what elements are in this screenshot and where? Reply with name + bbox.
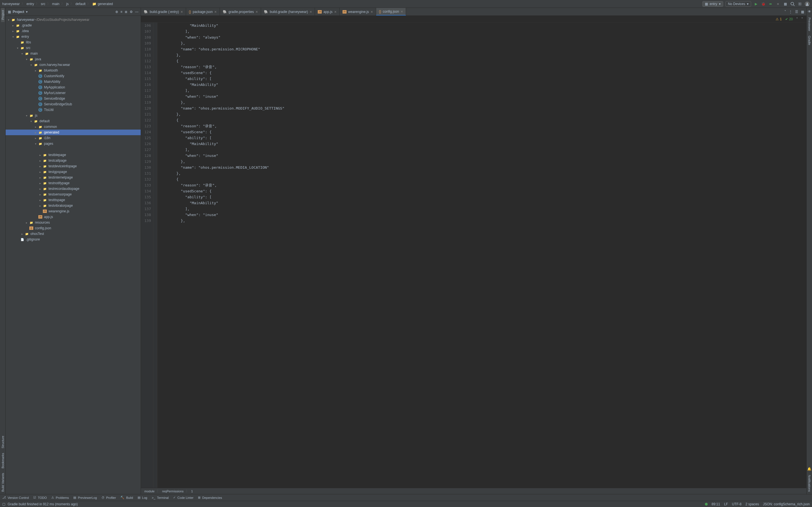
debug-button[interactable]: 🐞 bbox=[761, 1, 766, 6]
tree-node-testcallpage[interactable]: ▸📁testcallpage bbox=[6, 158, 141, 163]
tree-arrow-icon[interactable]: ▾ bbox=[31, 120, 34, 123]
tree-node-resources[interactable]: ▸📁resources bbox=[6, 220, 141, 225]
code-line[interactable]: }, bbox=[163, 100, 285, 105]
tree-arrow-icon[interactable]: ▸ bbox=[40, 199, 43, 202]
next-highlight-icon[interactable]: ˅ bbox=[801, 17, 803, 21]
editor-tab[interactable]: {}config.json× bbox=[376, 8, 406, 15]
code-line[interactable]: "name": "ohos.permission.MODIFY_AUDIO_SE… bbox=[163, 105, 285, 111]
tree-arrow-icon[interactable]: ▸ bbox=[12, 24, 16, 27]
tree-node-entry[interactable]: ▾📁entry bbox=[6, 34, 141, 40]
code-line[interactable]: "ability": [ bbox=[163, 135, 285, 141]
tree-node-CustomNotify[interactable]: CCustomNotify bbox=[6, 73, 141, 79]
code-line[interactable]: "usedScene": { bbox=[163, 129, 285, 135]
breadcrumb-item[interactable]: main bbox=[52, 2, 59, 6]
code-line[interactable]: "reason": "录音", bbox=[163, 123, 285, 129]
tree-node-ServiceBridgeStub[interactable]: CServiceBridgeStub bbox=[6, 101, 141, 107]
tree-node-common[interactable]: ▸📁common bbox=[6, 124, 141, 129]
tree-arrow-icon[interactable]: ▾ bbox=[26, 58, 29, 61]
tree-arrow-icon[interactable]: ▾ bbox=[31, 63, 34, 66]
tree-arrow-icon[interactable]: ▾ bbox=[26, 114, 29, 117]
tree-node-wearengine-js[interactable]: JSwearengine.js bbox=[6, 209, 141, 214]
tree-node-index[interactable]: ▸📁index bbox=[6, 147, 141, 152]
tree-node-default[interactable]: ▾📁default bbox=[6, 118, 141, 124]
status-icon[interactable]: ▢ bbox=[2, 502, 5, 506]
breadcrumb-item[interactable]: entry bbox=[27, 2, 34, 6]
project-structure-button[interactable]: ▦ bbox=[783, 1, 788, 6]
code-line[interactable]: { bbox=[163, 176, 285, 182]
close-icon[interactable]: × bbox=[371, 10, 373, 14]
tree-node-bluetooth[interactable]: ▸📁bluetooth bbox=[6, 68, 141, 73]
tree-node-testsensorpage[interactable]: ▸📁testsensorpage bbox=[6, 191, 141, 197]
code-line[interactable]: "MainAbility" bbox=[163, 22, 285, 29]
tree-node--gradle[interactable]: ▸📁.gradle bbox=[6, 22, 141, 28]
tree-node-MainAbility[interactable]: CMainAbility bbox=[6, 79, 141, 84]
line-separator[interactable]: LF bbox=[724, 502, 728, 506]
preview-icon[interactable]: ▦ bbox=[801, 10, 804, 14]
code-line[interactable]: ], bbox=[163, 29, 285, 34]
code-line[interactable]: ], bbox=[163, 88, 285, 94]
fold-gutter[interactable] bbox=[153, 22, 157, 488]
stop-button[interactable]: ■ bbox=[775, 1, 780, 6]
editor-tab[interactable]: 🐘build.gradle (:entry)× bbox=[141, 8, 186, 15]
code-line[interactable]: "name": "ohos.permission.MEDIA_LOCATION" bbox=[163, 165, 285, 170]
editor-tab[interactable]: JSapp.js× bbox=[315, 8, 340, 15]
tree-arrow-icon[interactable]: ▸ bbox=[21, 232, 25, 235]
tree-arrow-icon[interactable]: ▾ bbox=[8, 18, 11, 21]
bottom-tool-dependencies[interactable]: ⊞Dependencies bbox=[198, 496, 222, 499]
project-tool-tab[interactable]: Project bbox=[1, 8, 4, 22]
tree-node-testrecordaudiopage[interactable]: ▸📁testrecordaudiopage bbox=[6, 186, 141, 191]
chevron-down-icon[interactable]: ˅ bbox=[784, 10, 786, 14]
structure-tool-tab[interactable]: Structure bbox=[1, 434, 4, 451]
cursor-position[interactable]: 89:11 bbox=[712, 502, 720, 506]
device-selector[interactable]: No Devices ▾ bbox=[725, 1, 751, 7]
bottom-tool-terminal[interactable]: >_Terminal bbox=[152, 496, 168, 499]
bottom-tool-profiler[interactable]: ⏱Profiler bbox=[101, 496, 116, 499]
tree-node-java[interactable]: ▾📁java bbox=[6, 56, 141, 62]
tree-node-testnotifypage[interactable]: ▸📁testnotifypage bbox=[6, 180, 141, 186]
tree-arrow-icon[interactable]: ▸ bbox=[35, 136, 38, 140]
bookmarks-tool-tab[interactable]: Bookmarks bbox=[1, 451, 4, 471]
code-line[interactable]: "usedScene": { bbox=[163, 70, 285, 76]
close-icon[interactable]: × bbox=[256, 10, 258, 14]
settings-icon[interactable]: ⚙ bbox=[130, 10, 133, 14]
bottom-tool-code-linter[interactable]: ✓Code Linter bbox=[173, 496, 193, 499]
tree-node-src[interactable]: ▾📁src bbox=[6, 45, 141, 51]
collapse-all-icon[interactable]: ≣ bbox=[124, 10, 128, 14]
editor-tab[interactable]: 🐘build.gradle (harveywear)× bbox=[261, 8, 315, 15]
tree-node-testdeviceinfopage[interactable]: ▸📁testdeviceinfopage bbox=[6, 163, 141, 169]
more-icon[interactable]: ⋮ bbox=[789, 10, 792, 14]
notifications-tool-tab[interactable]: Notifications bbox=[808, 473, 811, 494]
user-avatar[interactable] bbox=[805, 1, 810, 6]
tree-arrow-icon[interactable]: ▸ bbox=[35, 131, 38, 134]
code-line[interactable]: ], bbox=[163, 206, 285, 212]
editor-tab[interactable]: {}package.json× bbox=[186, 8, 220, 15]
tree-node-testgpspage[interactable]: ▸📁testgpspage bbox=[6, 169, 141, 175]
tree-arrow-icon[interactable]: ▾ bbox=[21, 52, 25, 55]
tree-arrow-icon[interactable]: ▸ bbox=[40, 193, 43, 196]
bottom-tool-log[interactable]: ▤Log bbox=[138, 496, 147, 499]
code-line[interactable]: "reason": "录音", bbox=[163, 182, 285, 188]
code-line[interactable]: { bbox=[163, 117, 285, 123]
tree-node-TtsUtil[interactable]: CTtsUtil bbox=[6, 107, 141, 113]
chevron-down-icon[interactable]: ▾ bbox=[26, 10, 28, 14]
status-indicator-icon[interactable] bbox=[705, 503, 708, 506]
tree-node-ServiceBridge[interactable]: CServiceBridge bbox=[6, 96, 141, 101]
tree-arrow-icon[interactable]: ▾ bbox=[17, 47, 20, 50]
close-icon[interactable]: × bbox=[181, 10, 183, 14]
code-line[interactable]: "name": "ohos.permission.MICROPHONE" bbox=[163, 46, 285, 52]
tree-arrow-icon[interactable]: ▸ bbox=[40, 170, 43, 173]
editor-crumb-item[interactable]: reqPermissions bbox=[162, 490, 184, 493]
tree-node-testttspage[interactable]: ▸📁testttspage bbox=[6, 197, 141, 203]
code-line[interactable]: "usedScene": { bbox=[163, 188, 285, 194]
tree-node-ohosTest[interactable]: ▸📁ohosTest bbox=[6, 231, 141, 237]
breadcrumb-item[interactable]: src bbox=[41, 2, 45, 6]
prev-highlight-icon[interactable]: ˄ bbox=[796, 17, 798, 21]
code-content[interactable]: "MainAbility" ], "when": "always" }, "na… bbox=[157, 22, 285, 488]
tree-node-i18n[interactable]: ▸📁i18n bbox=[6, 135, 141, 141]
tree-node-app-js[interactable]: JSapp.js bbox=[6, 214, 141, 220]
tree-node-harveywear[interactable]: ▾📁harveywear ~/DevEcoStudioProjects/harv… bbox=[6, 17, 141, 22]
breadcrumb-item[interactable]: default bbox=[75, 2, 86, 6]
tree-node--idea[interactable]: ▸📁.idea bbox=[6, 28, 141, 34]
breadcrumb-item[interactable]: harveywear bbox=[2, 2, 20, 6]
tree-arrow-icon[interactable]: ▸ bbox=[40, 176, 43, 179]
